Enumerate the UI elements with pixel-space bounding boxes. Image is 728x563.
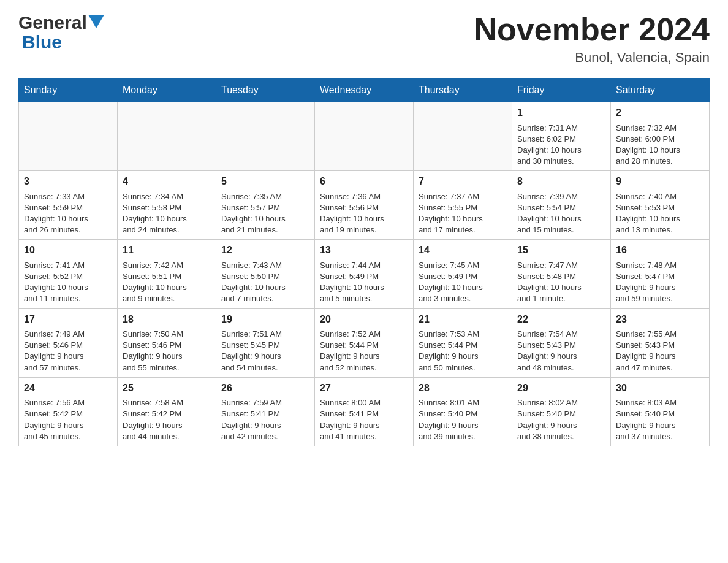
calendar-week-row: 3Sunrise: 7:33 AMSunset: 5:59 PMDaylight… — [19, 171, 710, 240]
day-info: Sunrise: 7:45 AMSunset: 5:49 PMDaylight:… — [419, 260, 507, 305]
calendar-cell: 12Sunrise: 7:43 AMSunset: 5:50 PMDayligh… — [216, 240, 315, 308]
calendar-cell — [118, 102, 216, 171]
day-info: Sunrise: 7:42 AMSunset: 5:51 PMDaylight:… — [123, 260, 211, 305]
day-info: Sunrise: 7:56 AMSunset: 5:42 PMDaylight:… — [24, 397, 112, 442]
day-info: Sunrise: 7:33 AMSunset: 5:59 PMDaylight:… — [24, 191, 112, 236]
day-number: 30 — [616, 381, 704, 395]
day-number: 26 — [221, 381, 309, 395]
calendar-cell — [315, 102, 414, 171]
calendar-cell: 26Sunrise: 7:59 AMSunset: 5:41 PMDayligh… — [216, 377, 315, 446]
calendar-cell: 23Sunrise: 7:55 AMSunset: 5:43 PMDayligh… — [611, 308, 710, 377]
day-info: Sunrise: 7:48 AMSunset: 5:47 PMDaylight:… — [616, 260, 704, 305]
calendar-header: SundayMondayTuesdayWednesdayThursdayFrid… — [19, 79, 710, 102]
day-number: 29 — [517, 381, 605, 395]
calendar-title-area: November 2024 Bunol, Valencia, Spain — [474, 12, 710, 66]
calendar-week-row: 24Sunrise: 7:56 AMSunset: 5:42 PMDayligh… — [19, 377, 710, 446]
weekday-header-saturday: Saturday — [611, 79, 710, 102]
day-info: Sunrise: 7:59 AMSunset: 5:41 PMDaylight:… — [221, 397, 309, 442]
day-info: Sunrise: 7:41 AMSunset: 5:52 PMDaylight:… — [24, 260, 112, 305]
day-number: 21 — [419, 313, 507, 326]
calendar-cell: 5Sunrise: 7:35 AMSunset: 5:57 PMDaylight… — [216, 171, 315, 240]
calendar-cell: 28Sunrise: 8:01 AMSunset: 5:40 PMDayligh… — [414, 377, 512, 446]
day-info: Sunrise: 7:36 AMSunset: 5:56 PMDaylight:… — [320, 191, 408, 236]
day-number: 27 — [320, 381, 408, 395]
day-info: Sunrise: 7:32 AMSunset: 6:00 PMDaylight:… — [616, 123, 704, 167]
day-info: Sunrise: 8:02 AMSunset: 5:40 PMDaylight:… — [517, 397, 605, 442]
calendar-cell: 25Sunrise: 7:58 AMSunset: 5:42 PMDayligh… — [118, 377, 216, 446]
calendar-week-row: 10Sunrise: 7:41 AMSunset: 5:52 PMDayligh… — [19, 240, 710, 308]
day-number: 5 — [221, 175, 309, 188]
day-info: Sunrise: 7:58 AMSunset: 5:42 PMDaylight:… — [123, 397, 211, 442]
calendar-cell: 1Sunrise: 7:31 AMSunset: 6:02 PMDaylight… — [512, 102, 611, 171]
weekday-header-friday: Friday — [512, 79, 611, 102]
day-number: 23 — [616, 313, 704, 326]
calendar-cell: 11Sunrise: 7:42 AMSunset: 5:51 PMDayligh… — [118, 240, 216, 308]
calendar-cell — [414, 102, 512, 171]
calendar-cell: 30Sunrise: 8:03 AMSunset: 5:40 PMDayligh… — [611, 377, 710, 446]
day-number: 16 — [616, 243, 704, 257]
calendar-cell: 29Sunrise: 8:02 AMSunset: 5:40 PMDayligh… — [512, 377, 611, 446]
day-number: 10 — [24, 243, 112, 257]
day-number: 17 — [24, 313, 112, 326]
calendar-cell: 14Sunrise: 7:45 AMSunset: 5:49 PMDayligh… — [414, 240, 512, 308]
calendar-cell: 27Sunrise: 8:00 AMSunset: 5:41 PMDayligh… — [315, 377, 414, 446]
calendar-cell: 9Sunrise: 7:40 AMSunset: 5:53 PMDaylight… — [611, 171, 710, 240]
day-number: 8 — [517, 175, 605, 188]
calendar-cell: 2Sunrise: 7:32 AMSunset: 6:00 PMDaylight… — [611, 102, 710, 171]
weekday-header-monday: Monday — [118, 79, 216, 102]
calendar-cell: 10Sunrise: 7:41 AMSunset: 5:52 PMDayligh… — [19, 240, 118, 308]
day-number: 9 — [616, 175, 704, 188]
calendar-cell — [216, 102, 315, 171]
calendar-cell: 4Sunrise: 7:34 AMSunset: 5:58 PMDaylight… — [118, 171, 216, 240]
calendar-cell: 22Sunrise: 7:54 AMSunset: 5:43 PMDayligh… — [512, 308, 611, 377]
day-info: Sunrise: 7:39 AMSunset: 5:54 PMDaylight:… — [517, 191, 605, 236]
logo-general-text: General — [18, 12, 87, 33]
day-info: Sunrise: 7:35 AMSunset: 5:57 PMDaylight:… — [221, 191, 309, 236]
day-number: 24 — [24, 381, 112, 395]
day-number: 14 — [419, 243, 507, 257]
day-info: Sunrise: 8:01 AMSunset: 5:40 PMDaylight:… — [419, 397, 507, 442]
calendar-table: SundayMondayTuesdayWednesdayThursdayFrid… — [18, 78, 710, 446]
month-year-title: November 2024 — [474, 12, 710, 47]
calendar-cell: 17Sunrise: 7:49 AMSunset: 5:46 PMDayligh… — [19, 308, 118, 377]
weekday-header-thursday: Thursday — [414, 79, 512, 102]
weekday-header-row: SundayMondayTuesdayWednesdayThursdayFrid… — [19, 79, 710, 102]
calendar-cell: 15Sunrise: 7:47 AMSunset: 5:48 PMDayligh… — [512, 240, 611, 308]
day-info: Sunrise: 7:43 AMSunset: 5:50 PMDaylight:… — [221, 260, 309, 305]
calendar-cell: 8Sunrise: 7:39 AMSunset: 5:54 PMDaylight… — [512, 171, 611, 240]
day-info: Sunrise: 7:54 AMSunset: 5:43 PMDaylight:… — [517, 329, 605, 373]
day-info: Sunrise: 7:47 AMSunset: 5:48 PMDaylight:… — [517, 260, 605, 305]
day-info: Sunrise: 7:44 AMSunset: 5:49 PMDaylight:… — [320, 260, 408, 305]
weekday-header-wednesday: Wednesday — [315, 79, 414, 102]
logo: General Blue — [18, 12, 104, 53]
day-info: Sunrise: 7:34 AMSunset: 5:58 PMDaylight:… — [123, 191, 211, 236]
day-number: 7 — [419, 175, 507, 188]
day-number: 22 — [517, 313, 605, 326]
day-info: Sunrise: 7:49 AMSunset: 5:46 PMDaylight:… — [24, 329, 112, 373]
weekday-header-tuesday: Tuesday — [216, 79, 315, 102]
calendar-cell — [19, 102, 118, 171]
calendar-cell: 3Sunrise: 7:33 AMSunset: 5:59 PMDaylight… — [19, 171, 118, 240]
day-info: Sunrise: 8:00 AMSunset: 5:41 PMDaylight:… — [320, 397, 408, 442]
day-info: Sunrise: 7:31 AMSunset: 6:02 PMDaylight:… — [517, 123, 605, 167]
calendar-cell: 19Sunrise: 7:51 AMSunset: 5:45 PMDayligh… — [216, 308, 315, 377]
day-number: 2 — [616, 106, 704, 120]
day-number: 15 — [517, 243, 605, 257]
weekday-header-sunday: Sunday — [19, 79, 118, 102]
day-number: 19 — [221, 313, 309, 326]
calendar-cell: 24Sunrise: 7:56 AMSunset: 5:42 PMDayligh… — [19, 377, 118, 446]
day-number: 20 — [320, 313, 408, 326]
calendar-body: 1Sunrise: 7:31 AMSunset: 6:02 PMDaylight… — [19, 102, 710, 446]
calendar-week-row: 1Sunrise: 7:31 AMSunset: 6:02 PMDaylight… — [19, 102, 710, 171]
calendar-cell: 16Sunrise: 7:48 AMSunset: 5:47 PMDayligh… — [611, 240, 710, 308]
day-number: 3 — [24, 175, 112, 188]
day-number: 13 — [320, 243, 408, 257]
day-number: 6 — [320, 175, 408, 188]
day-info: Sunrise: 7:53 AMSunset: 5:44 PMDaylight:… — [419, 329, 507, 373]
day-number: 4 — [123, 175, 211, 188]
logo-arrow-icon — [88, 15, 104, 28]
day-info: Sunrise: 7:37 AMSunset: 5:55 PMDaylight:… — [419, 191, 507, 236]
day-info: Sunrise: 7:40 AMSunset: 5:53 PMDaylight:… — [616, 191, 704, 236]
calendar-week-row: 17Sunrise: 7:49 AMSunset: 5:46 PMDayligh… — [19, 308, 710, 377]
day-info: Sunrise: 7:52 AMSunset: 5:44 PMDaylight:… — [320, 329, 408, 373]
